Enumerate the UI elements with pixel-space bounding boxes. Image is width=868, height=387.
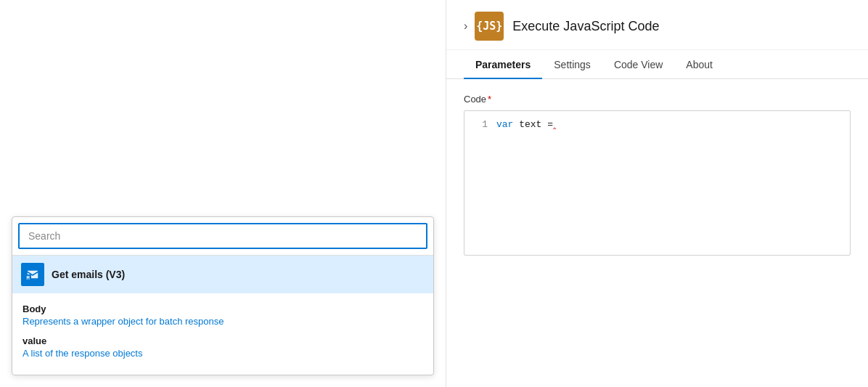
tab-code-view[interactable]: Code View xyxy=(602,50,674,79)
get-emails-icon: M xyxy=(21,263,44,286)
tab-settings[interactable]: Settings xyxy=(542,50,602,79)
action-header: › {JS} Execute JavaScript Code xyxy=(446,0,868,50)
code-label: Code* xyxy=(464,94,851,105)
code-text-1: text = xyxy=(513,119,553,130)
tab-parameters[interactable]: Parameters xyxy=(464,50,542,79)
field-body-desc: Represents a wrapper object for batch re… xyxy=(22,316,423,327)
code-line-1: 1 var text =‸ xyxy=(464,117,850,131)
svg-text:M: M xyxy=(27,275,30,281)
tab-about[interactable]: About xyxy=(674,50,724,79)
fields-section: Body Represents a wrapper object for bat… xyxy=(12,293,433,375)
field-body: Body Represents a wrapper object for bat… xyxy=(22,304,423,327)
action-icon-label: {JS} xyxy=(476,20,502,33)
code-content-1: var text =‸ xyxy=(496,118,556,130)
code-keyword-var: var xyxy=(496,119,513,130)
code-editor[interactable]: 1 var text =‸ xyxy=(464,110,851,256)
right-panel: › {JS} Execute JavaScript Code Parameter… xyxy=(446,0,868,387)
get-emails-item[interactable]: M Get emails (V3) xyxy=(12,256,433,293)
line-number-1: 1 xyxy=(470,119,488,130)
search-input[interactable] xyxy=(18,223,427,249)
field-body-name: Body xyxy=(22,304,423,314)
dropdown-panel: M Get emails (V3) Body Represents a wrap… xyxy=(12,216,434,375)
code-cursor: ‸ xyxy=(553,119,556,130)
content-area: Code* 1 var text =‸ xyxy=(446,79,868,387)
required-indicator: * xyxy=(488,94,491,105)
action-icon-box: {JS} xyxy=(475,12,504,41)
action-title: Execute JavaScript Code xyxy=(512,19,659,34)
left-panel: M Get emails (V3) Body Represents a wrap… xyxy=(0,0,446,387)
search-container xyxy=(12,217,433,256)
field-value: value A list of the response objects xyxy=(22,335,423,359)
expand-icon[interactable]: › xyxy=(464,20,467,33)
get-emails-label: Get emails (V3) xyxy=(52,269,125,280)
field-value-desc: A list of the response objects xyxy=(22,348,423,359)
tabs-row: Parameters Settings Code View About xyxy=(446,50,868,79)
field-value-name: value xyxy=(22,335,423,346)
